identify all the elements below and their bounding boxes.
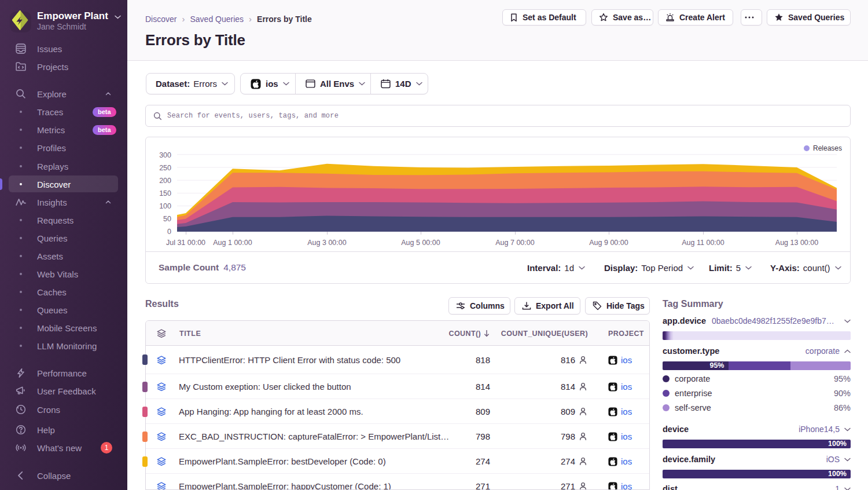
svg-text:150: 150 <box>159 189 171 198</box>
svg-text:Aug 13 00:00: Aug 13 00:00 <box>775 239 818 247</box>
svg-text:Aug 5 00:00: Aug 5 00:00 <box>401 239 440 247</box>
svg-text:300: 300 <box>159 151 171 159</box>
svg-text:0: 0 <box>167 228 171 236</box>
svg-text:Aug 3 00:00: Aug 3 00:00 <box>307 239 346 247</box>
svg-text:Aug 9 00:00: Aug 9 00:00 <box>589 239 628 247</box>
svg-text:Aug 7 00:00: Aug 7 00:00 <box>495 239 534 247</box>
svg-text:200: 200 <box>159 177 171 185</box>
svg-text:250: 250 <box>159 164 171 172</box>
svg-text:100: 100 <box>159 202 171 210</box>
svg-text:Jul 31 00:00: Jul 31 00:00 <box>166 239 205 247</box>
svg-text:Aug 1 00:00: Aug 1 00:00 <box>213 239 252 247</box>
svg-text:Aug 11 00:00: Aug 11 00:00 <box>682 239 724 247</box>
svg-text:50: 50 <box>163 215 171 223</box>
